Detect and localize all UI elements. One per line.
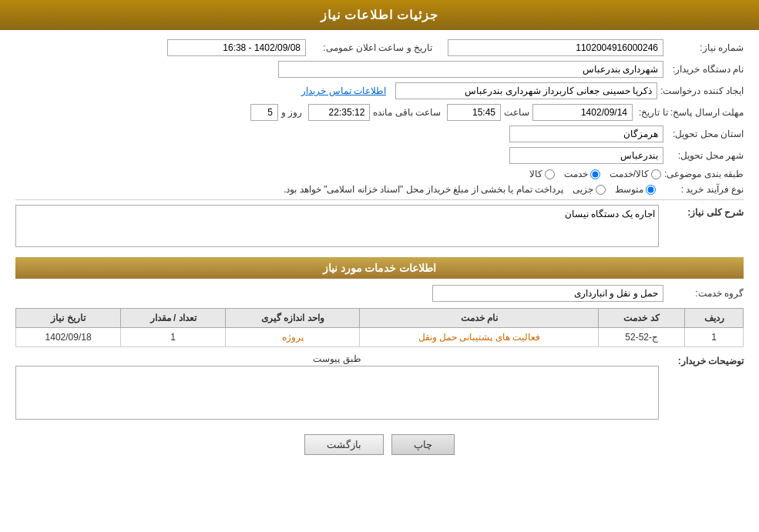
announce-date-input[interactable] <box>167 39 306 56</box>
purchase-type-row: نوع فرآیند خرید : جزیی متوسط پرداخت تمام… <box>15 184 744 195</box>
buyer-input[interactable] <box>278 61 663 78</box>
col-service-name: نام خدمت <box>360 309 599 328</box>
day-label: روز و <box>281 107 302 118</box>
province-label: استان محل تحویل: <box>667 129 744 139</box>
buyer-notes-label: توضیحات خریدار: <box>659 353 744 366</box>
buyer-notes-box: طبق پیوست <box>15 353 659 422</box>
type-partial[interactable]: جزیی <box>573 184 606 195</box>
category-both[interactable]: کالا/خدمت <box>610 169 661 179</box>
category-both-radio[interactable] <box>651 169 661 179</box>
category-service[interactable]: خدمت <box>564 169 600 179</box>
buyer-row: نام دستگاه خریدار: <box>15 61 744 78</box>
type-medium-radio[interactable] <box>646 185 656 195</box>
deadline-label: مهلت ارسال پاسخ: تا تاریخ: <box>636 107 744 118</box>
col-service-code: کد خدمت <box>599 309 685 328</box>
time-label: ساعت <box>504 107 529 118</box>
response-time-input[interactable] <box>447 104 501 121</box>
city-label: شهر محل تحویل: <box>667 150 744 161</box>
services-section-title: اطلاعات خدمات مورد نیاز <box>15 257 744 279</box>
service-group-row: گروه خدمت: <box>15 285 744 302</box>
buyer-notes-textarea[interactable] <box>15 366 659 420</box>
type-partial-label: جزیی <box>573 184 593 195</box>
need-description-textarea[interactable]: اجاره یک دستگاه نیسان <box>15 205 659 247</box>
back-button[interactable]: بازگشت <box>304 434 384 455</box>
category-label: طبقه بندی موضوعی: <box>664 169 744 179</box>
deadline-row: مهلت ارسال پاسخ: تا تاریخ: ساعت ساعت باق… <box>15 104 744 121</box>
buyer-label: نام دستگاه خریدار: <box>667 64 744 75</box>
cell-row-num: 1 <box>685 328 744 347</box>
need-number-label: شماره نیاز: <box>667 42 744 53</box>
category-row: طبقه بندی موضوعی: کالا خدمت کالا/خدمت <box>15 169 744 179</box>
services-table-container: ردیف کد خدمت نام خدمت واحد اندازه گیری ت… <box>15 308 744 347</box>
city-row: شهر محل تحویل: <box>15 147 744 164</box>
cell-date: 1402/09/18 <box>16 328 121 347</box>
need-description-box: اجاره یک دستگاه نیسان <box>15 205 659 249</box>
col-row-num: ردیف <box>685 309 744 328</box>
cell-service-name: فعالیت های پشتیبانی حمل ونقل <box>360 328 599 347</box>
need-number-input[interactable] <box>448 39 663 56</box>
category-service-label: خدمت <box>564 169 588 179</box>
service-group-input[interactable] <box>432 285 663 302</box>
category-radio-group: کالا خدمت کالا/خدمت <box>529 169 661 179</box>
purchase-type-label: نوع فرآیند خرید : <box>659 184 744 195</box>
need-description-section: شرح کلی نیاز: اجاره یک دستگاه نیسان <box>15 205 744 249</box>
response-date-input[interactable] <box>532 104 633 121</box>
col-date: تاریخ نیاز <box>16 309 121 328</box>
province-input[interactable] <box>509 125 663 142</box>
category-goods[interactable]: کالا <box>529 169 555 179</box>
type-partial-radio[interactable] <box>596 185 606 195</box>
unit-link[interactable]: پروژه <box>282 332 304 343</box>
action-buttons: چاپ بازگشت <box>15 434 744 455</box>
city-input[interactable] <box>509 147 663 164</box>
need-description-label: شرح کلی نیاز: <box>659 205 744 218</box>
purchase-note: پرداخت تمام یا بخشی از مبلغ خریداز محل "… <box>284 184 563 195</box>
purchase-type-group: جزیی متوسط <box>573 184 656 195</box>
creator-label: ایجاد کننده درخواست: <box>660 85 744 96</box>
category-goods-label: کالا <box>529 169 542 179</box>
print-button[interactable]: چاپ <box>391 434 455 455</box>
header-title: جزئیات اطلاعات نیاز <box>321 8 439 22</box>
service-group-label: گروه خدمت: <box>667 288 744 299</box>
col-quantity: تعداد / مقدار <box>121 309 226 328</box>
creator-row: ایجاد کننده درخواست: اطلاعات تماس خریدار <box>15 82 744 99</box>
cell-unit: پروژه <box>226 328 360 347</box>
category-goods-radio[interactable] <box>545 169 555 179</box>
remaining-label: ساعت باقی مانده <box>373 107 441 118</box>
page-header: جزئیات اطلاعات نیاز <box>0 0 759 30</box>
province-row: استان محل تحویل: <box>15 125 744 142</box>
type-medium[interactable]: متوسط <box>615 184 656 195</box>
table-row: 1 ج-52-52 فعالیت های پشتیبانی حمل ونقل پ… <box>16 328 744 347</box>
type-medium-label: متوسط <box>615 184 643 195</box>
announce-date-label: تاریخ و ساعت اعلان عمومی: <box>309 42 432 53</box>
creator-input[interactable] <box>395 82 657 99</box>
category-both-label: کالا/خدمت <box>610 169 649 179</box>
cell-service-code: ج-52-52 <box>599 328 685 347</box>
cell-quantity: 1 <box>121 328 226 347</box>
contact-link[interactable]: اطلاعات تماس خریدار <box>301 85 386 96</box>
service-name-link[interactable]: فعالیت های پشتیبانی حمل ونقل <box>418 332 540 343</box>
remaining-time-input[interactable] <box>308 104 370 121</box>
buyer-notes-section: توضیحات خریدار: طبق پیوست <box>15 353 744 422</box>
category-service-radio[interactable] <box>590 169 600 179</box>
col-unit: واحد اندازه گیری <box>226 309 360 328</box>
services-table: ردیف کد خدمت نام خدمت واحد اندازه گیری ت… <box>15 308 744 347</box>
attachment-label: طبق پیوست <box>15 353 659 364</box>
need-number-row: شماره نیاز: تاریخ و ساعت اعلان عمومی: <box>15 39 744 56</box>
days-input[interactable] <box>250 104 278 121</box>
